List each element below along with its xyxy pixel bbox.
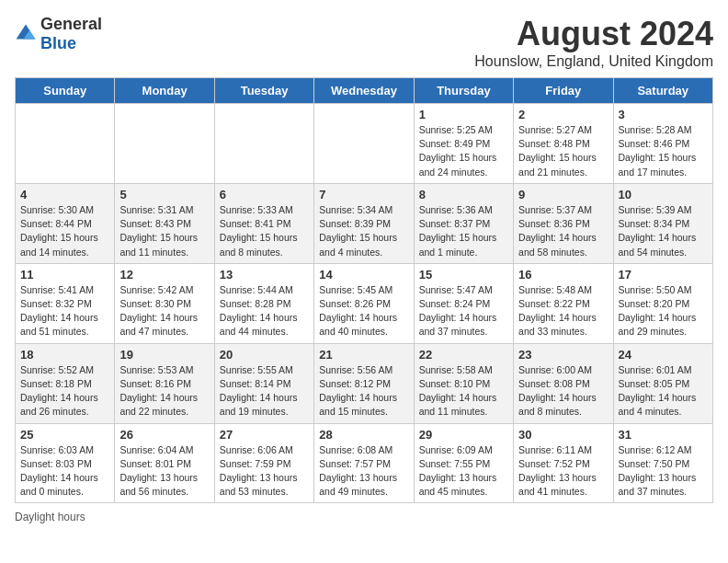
- day-cell: 19Sunrise: 5:53 AM Sunset: 8:16 PM Dayli…: [115, 343, 214, 423]
- day-number: 26: [119, 428, 209, 442]
- day-cell: 26Sunrise: 6:04 AM Sunset: 8:01 PM Dayli…: [115, 423, 214, 503]
- day-cell: 6Sunrise: 5:33 AM Sunset: 8:41 PM Daylig…: [214, 183, 313, 263]
- subtitle: Hounslow, England, United Kingdom: [474, 53, 713, 70]
- day-info: Sunrise: 6:08 AM Sunset: 7:57 PM Dayligh…: [319, 443, 408, 500]
- day-number: 5: [119, 188, 209, 201]
- column-header-sunday: Sunday: [16, 78, 115, 104]
- day-info: Sunrise: 5:42 AM Sunset: 8:30 PM Dayligh…: [119, 283, 209, 339]
- day-info: Sunrise: 5:47 AM Sunset: 8:24 PM Dayligh…: [419, 283, 508, 339]
- day-number: 16: [518, 268, 608, 282]
- day-info: Sunrise: 5:45 AM Sunset: 8:26 PM Dayligh…: [319, 283, 408, 339]
- day-number: 28: [319, 428, 408, 442]
- day-cell: 14Sunrise: 5:45 AM Sunset: 8:26 PM Dayli…: [314, 263, 414, 343]
- day-cell: 20Sunrise: 5:55 AM Sunset: 8:14 PM Dayli…: [214, 343, 313, 423]
- day-cell: [314, 104, 414, 184]
- day-info: Sunrise: 5:28 AM Sunset: 8:46 PM Dayligh…: [619, 123, 708, 179]
- day-cell: [214, 104, 313, 184]
- day-cell: 21Sunrise: 5:56 AM Sunset: 8:12 PM Dayli…: [314, 343, 414, 423]
- header: General Blue August 2024 Hounslow, Engla…: [15, 15, 713, 70]
- day-info: Sunrise: 6:11 AM Sunset: 7:52 PM Dayligh…: [518, 443, 608, 500]
- day-info: Sunrise: 5:30 AM Sunset: 8:44 PM Dayligh…: [20, 203, 109, 259]
- day-number: 12: [119, 268, 209, 282]
- day-number: 22: [419, 348, 508, 362]
- day-number: 30: [518, 428, 608, 442]
- day-number: 7: [319, 188, 408, 201]
- day-cell: 2Sunrise: 5:27 AM Sunset: 8:48 PM Daylig…: [514, 104, 613, 184]
- day-cell: 10Sunrise: 5:39 AM Sunset: 8:34 PM Dayli…: [613, 183, 712, 263]
- day-cell: 13Sunrise: 5:44 AM Sunset: 8:28 PM Dayli…: [214, 263, 313, 343]
- day-number: 23: [518, 348, 608, 362]
- logo-icon: [15, 23, 37, 45]
- logo-text: General Blue: [40, 15, 102, 53]
- day-cell: 29Sunrise: 6:09 AM Sunset: 7:55 PM Dayli…: [414, 423, 513, 503]
- day-info: Sunrise: 6:04 AM Sunset: 8:01 PM Dayligh…: [119, 443, 209, 500]
- day-number: 14: [319, 268, 408, 282]
- day-info: Sunrise: 6:06 AM Sunset: 7:59 PM Dayligh…: [220, 443, 309, 500]
- day-number: 17: [619, 268, 708, 282]
- day-cell: 27Sunrise: 6:06 AM Sunset: 7:59 PM Dayli…: [214, 423, 313, 503]
- day-cell: 12Sunrise: 5:42 AM Sunset: 8:30 PM Dayli…: [115, 263, 214, 343]
- day-info: Sunrise: 6:01 AM Sunset: 8:05 PM Dayligh…: [619, 363, 708, 419]
- day-cell: 5Sunrise: 5:31 AM Sunset: 8:43 PM Daylig…: [115, 183, 214, 263]
- day-number: 18: [20, 348, 109, 362]
- day-number: 3: [619, 108, 708, 121]
- week-row-1: 1Sunrise: 5:25 AM Sunset: 8:49 PM Daylig…: [16, 104, 713, 184]
- day-number: 10: [619, 188, 708, 201]
- day-info: Sunrise: 5:31 AM Sunset: 8:43 PM Dayligh…: [119, 203, 209, 259]
- main-title: August 2024: [474, 15, 713, 53]
- column-header-monday: Monday: [115, 78, 214, 104]
- day-number: 8: [419, 188, 508, 201]
- day-number: 21: [319, 348, 408, 362]
- day-cell: 25Sunrise: 6:03 AM Sunset: 8:03 PM Dayli…: [16, 423, 115, 503]
- day-info: Sunrise: 5:27 AM Sunset: 8:48 PM Dayligh…: [518, 123, 608, 179]
- day-cell: 1Sunrise: 5:25 AM Sunset: 8:49 PM Daylig…: [414, 104, 513, 184]
- day-number: 20: [220, 348, 309, 362]
- day-cell: [115, 104, 214, 184]
- day-number: 15: [419, 268, 508, 282]
- day-info: Sunrise: 6:09 AM Sunset: 7:55 PM Dayligh…: [419, 443, 508, 500]
- day-number: 1: [419, 108, 508, 121]
- day-cell: 23Sunrise: 6:00 AM Sunset: 8:08 PM Dayli…: [514, 343, 613, 423]
- day-info: Sunrise: 5:53 AM Sunset: 8:16 PM Dayligh…: [119, 363, 209, 419]
- day-cell: 9Sunrise: 5:37 AM Sunset: 8:36 PM Daylig…: [514, 183, 613, 263]
- day-info: Sunrise: 5:58 AM Sunset: 8:10 PM Dayligh…: [419, 363, 508, 419]
- logo-blue: Blue: [40, 34, 76, 52]
- day-number: 11: [20, 268, 109, 282]
- day-info: Sunrise: 6:12 AM Sunset: 7:50 PM Dayligh…: [619, 443, 708, 500]
- day-cell: 15Sunrise: 5:47 AM Sunset: 8:24 PM Dayli…: [414, 263, 513, 343]
- column-header-saturday: Saturday: [613, 78, 712, 104]
- day-cell: 22Sunrise: 5:58 AM Sunset: 8:10 PM Dayli…: [414, 343, 513, 423]
- week-row-2: 4Sunrise: 5:30 AM Sunset: 8:44 PM Daylig…: [16, 183, 713, 263]
- day-number: 13: [220, 268, 309, 282]
- week-row-4: 18Sunrise: 5:52 AM Sunset: 8:18 PM Dayli…: [16, 343, 713, 423]
- day-info: Sunrise: 5:36 AM Sunset: 8:37 PM Dayligh…: [419, 203, 508, 259]
- day-info: Sunrise: 6:00 AM Sunset: 8:08 PM Dayligh…: [518, 363, 608, 419]
- day-number: 19: [119, 348, 209, 362]
- day-cell: 28Sunrise: 6:08 AM Sunset: 7:57 PM Dayli…: [314, 423, 414, 503]
- week-row-5: 25Sunrise: 6:03 AM Sunset: 8:03 PM Dayli…: [16, 423, 713, 503]
- day-cell: 17Sunrise: 5:50 AM Sunset: 8:20 PM Dayli…: [613, 263, 712, 343]
- logo-general: General: [40, 15, 102, 33]
- day-number: 2: [518, 108, 608, 121]
- day-cell: 3Sunrise: 5:28 AM Sunset: 8:46 PM Daylig…: [613, 104, 712, 184]
- day-cell: 18Sunrise: 5:52 AM Sunset: 8:18 PM Dayli…: [16, 343, 115, 423]
- footer-note: Daylight hours: [15, 511, 713, 523]
- day-cell: 7Sunrise: 5:34 AM Sunset: 8:39 PM Daylig…: [314, 183, 414, 263]
- day-number: 4: [20, 188, 109, 201]
- day-cell: 31Sunrise: 6:12 AM Sunset: 7:50 PM Dayli…: [613, 423, 712, 503]
- column-header-friday: Friday: [514, 78, 613, 104]
- calendar-table: SundayMondayTuesdayWednesdayThursdayFrid…: [15, 77, 713, 503]
- day-number: 27: [220, 428, 309, 442]
- logo: General Blue: [15, 15, 102, 53]
- day-number: 29: [419, 428, 508, 442]
- day-cell: 24Sunrise: 6:01 AM Sunset: 8:05 PM Dayli…: [613, 343, 712, 423]
- header-row: SundayMondayTuesdayWednesdayThursdayFrid…: [16, 78, 713, 104]
- day-cell: 8Sunrise: 5:36 AM Sunset: 8:37 PM Daylig…: [414, 183, 513, 263]
- title-area: August 2024 Hounslow, England, United Ki…: [474, 15, 713, 70]
- day-info: Sunrise: 5:41 AM Sunset: 8:32 PM Dayligh…: [20, 283, 109, 339]
- day-number: 31: [619, 428, 708, 442]
- day-cell: 16Sunrise: 5:48 AM Sunset: 8:22 PM Dayli…: [514, 263, 613, 343]
- day-cell: 11Sunrise: 5:41 AM Sunset: 8:32 PM Dayli…: [16, 263, 115, 343]
- day-info: Sunrise: 5:25 AM Sunset: 8:49 PM Dayligh…: [419, 123, 508, 179]
- day-number: 6: [220, 188, 309, 201]
